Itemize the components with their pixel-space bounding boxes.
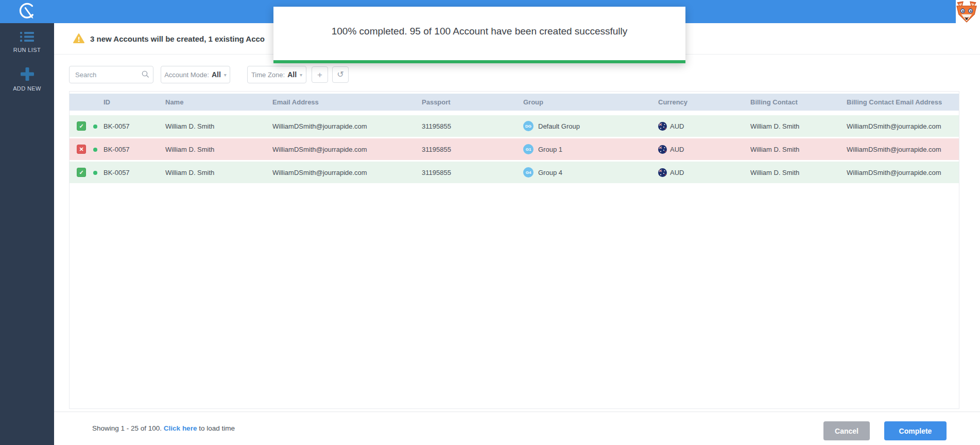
showing-text: Showing 1 - 25 of 100. — [92, 424, 162, 432]
sidebar-item-add-new[interactable]: ADD NEW — [0, 67, 54, 92]
logo-icon — [17, 2, 38, 22]
toast-progress-bar — [273, 60, 685, 63]
pagination-summary: Showing 1 - 25 of 100. Click here to loa… — [92, 424, 235, 432]
success-toast: 100% completed. 95 of 100 Account have b… — [273, 7, 685, 63]
search-input[interactable] — [69, 66, 153, 83]
col-header-id: ID — [104, 98, 165, 106]
filter-toolbar: Account Mode: All ▾ Time Zone: All ▾ + ↺ — [69, 66, 349, 83]
cell-passport: 31195855 — [422, 146, 523, 153]
col-header-name: Name — [165, 98, 272, 106]
table-header-row: ID Name Email Address Passport Group Cur… — [70, 94, 959, 111]
sidebar-item-label: ADD NEW — [13, 85, 41, 92]
warning-triangle-icon — [73, 33, 84, 44]
group-name: Default Group — [538, 122, 580, 130]
cell-id: BK-0057 — [104, 122, 165, 130]
warning-text: 3 new Accounts will be created, 1 existi… — [90, 34, 265, 43]
group-name: Group 1 — [538, 146, 562, 153]
aud-flag-icon — [658, 145, 667, 154]
plus-icon: + — [317, 70, 322, 79]
status-dot-icon — [93, 124, 97, 129]
group-badge: G4 — [523, 167, 534, 177]
table-row[interactable]: ✓ BK-0057 William D. Smith WilliamDSmith… — [70, 162, 959, 183]
account-mode-value: All — [212, 70, 221, 79]
cancel-button[interactable]: Cancel — [823, 421, 870, 440]
search-box — [69, 66, 153, 83]
account-mode-label: Account Mode: — [164, 71, 209, 79]
currency-code: AUD — [670, 122, 684, 130]
cell-passport: 31195855 — [422, 122, 523, 130]
cell-currency: AUD — [658, 122, 750, 131]
cell-currency: AUD — [658, 168, 750, 177]
run-list-icon — [20, 31, 34, 42]
account-mode-dropdown[interactable]: Account Mode: All ▾ — [161, 66, 230, 83]
chevron-down-icon: ▾ — [300, 72, 302, 78]
search-icon — [142, 70, 149, 78]
cell-email: WilliamDSmith@jourrapide.com — [272, 169, 422, 176]
reset-button[interactable]: ↺ — [332, 66, 349, 83]
cell-group: G4 Group 4 — [523, 167, 658, 177]
footer-bar: Showing 1 - 25 of 100. Click here to loa… — [54, 412, 980, 445]
currency-code: AUD — [670, 169, 684, 176]
group-name: Group 4 — [538, 169, 562, 176]
row-status-checkbox[interactable]: ✓ — [77, 168, 86, 177]
cell-name: William D. Smith — [165, 169, 272, 176]
cell-id: BK-0057 — [104, 146, 165, 153]
sidebar-item-run-list[interactable]: RUN LIST — [0, 31, 54, 53]
col-header-group: Group — [523, 98, 658, 106]
undo-icon: ↺ — [337, 70, 343, 79]
click-here-link[interactable]: Click here — [164, 424, 197, 432]
accounts-table: ID Name Email Address Passport Group Cur… — [69, 91, 959, 409]
time-zone-dropdown[interactable]: Time Zone: All ▾ — [247, 66, 306, 83]
col-header-passport: Passport — [422, 98, 523, 106]
fox-mascot-icon — [955, 1, 978, 23]
group-badge: DG — [523, 121, 534, 131]
cell-group: G1 Group 1 — [523, 144, 658, 154]
load-time-text: to load time — [197, 424, 235, 432]
table-row[interactable]: ✓ BK-0057 William D. Smith WilliamDSmith… — [70, 115, 959, 137]
complete-button[interactable]: Complete — [884, 421, 947, 440]
cell-billing-email: WilliamDSmith@jourrapide.com — [847, 146, 959, 153]
add-new-plus-icon — [21, 67, 34, 81]
cell-billing-contact: William D. Smith — [750, 169, 847, 176]
cell-billing-contact: William D. Smith — [750, 122, 847, 130]
app-logo[interactable] — [0, 0, 54, 23]
chevron-down-icon: ▾ — [224, 72, 227, 78]
cell-passport: 31195855 — [422, 169, 523, 176]
cell-id: BK-0057 — [104, 169, 165, 176]
sidebar: RUN LIST ADD NEW — [0, 0, 54, 445]
sidebar-item-label: RUN LIST — [13, 47, 41, 53]
status-dot-icon — [93, 171, 97, 175]
status-dot-icon — [93, 148, 97, 152]
col-header-email: Email Address — [272, 98, 422, 106]
table-row[interactable]: ✕ BK-0057 William D. Smith WilliamDSmith… — [70, 138, 959, 160]
group-badge: G1 — [523, 144, 534, 154]
account-import-screen: RUN LIST ADD NEW 3 new Accounts will be … — [0, 0, 980, 445]
cell-currency: AUD — [658, 145, 750, 154]
cell-email: WilliamDSmith@jourrapide.com — [272, 122, 422, 130]
aud-flag-icon — [658, 168, 667, 177]
cell-name: William D. Smith — [165, 146, 272, 153]
time-zone-label: Time Zone: — [251, 71, 285, 79]
row-status-checkbox[interactable]: ✕ — [77, 145, 86, 154]
col-header-billing-email: Billing Contact Email Address — [847, 98, 959, 106]
cell-billing-email: WilliamDSmith@jourrapide.com — [847, 122, 959, 130]
cell-group: DG Default Group — [523, 121, 658, 131]
cell-billing-email: WilliamDSmith@jourrapide.com — [847, 169, 959, 176]
currency-code: AUD — [670, 146, 684, 153]
toast-message: 100% completed. 95 of 100 Account have b… — [273, 7, 685, 37]
cell-billing-contact: William D. Smith — [750, 146, 847, 153]
col-header-billing-contact: Billing Contact — [750, 98, 847, 106]
row-status-checkbox[interactable]: ✓ — [77, 121, 86, 131]
cell-email: WilliamDSmith@jourrapide.com — [272, 146, 422, 153]
col-header-currency: Currency — [658, 98, 750, 106]
aud-flag-icon — [658, 122, 667, 131]
time-zone-value: All — [287, 70, 297, 79]
add-filter-button[interactable]: + — [312, 66, 328, 83]
cell-name: William D. Smith — [165, 122, 272, 130]
